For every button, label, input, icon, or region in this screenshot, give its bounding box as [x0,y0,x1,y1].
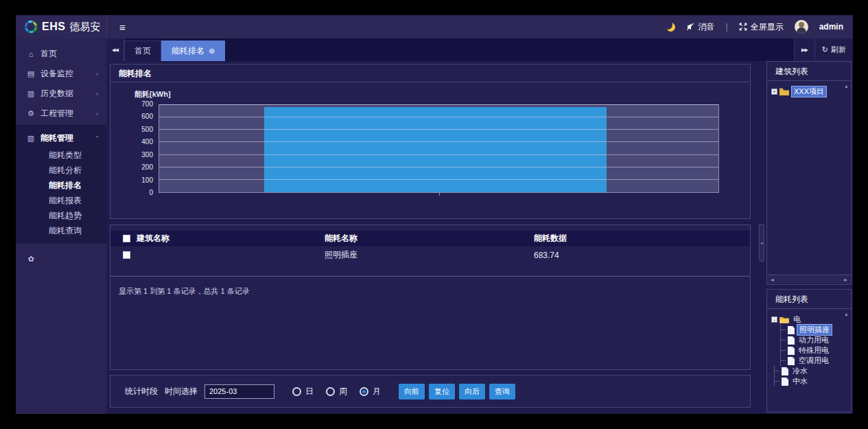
y-axis-label: 能耗[kWh] [134,89,171,100]
header-divider: | [726,22,728,32]
sidebar-item-energy-trend[interactable]: 能耗趋势 [16,208,106,223]
select-all-checkbox[interactable] [123,235,130,242]
fullscreen-button[interactable]: 全屏显示 [739,21,784,33]
refresh-button[interactable]: ↻ 刷新 [814,38,853,61]
tab-close-icon[interactable]: ⊗ [209,47,215,56]
scroll-left-icon[interactable]: ◄ [770,277,775,282]
scroll-up-icon[interactable]: ▲ [844,312,849,316]
column-header-energy-value: 能耗数据 [534,233,750,244]
tab-home[interactable]: 首页 [124,40,161,61]
row-checkbox[interactable] [123,251,130,259]
tree-node-reclaimed-water[interactable]: 中水 [775,376,849,386]
tree-node-label[interactable]: XXX项目 [791,86,827,97]
column-header-energy-name: 能耗名称 [325,233,534,244]
radio-month[interactable]: 月 [360,386,381,397]
tree-node-project[interactable]: + XXX项目 [771,86,849,97]
y-tick-label: 600 [110,113,153,120]
chart-panel: 能耗排名 能耗[kWh] 0100200300400500600700 [110,64,751,219]
monitor-icon: ▤ [25,69,36,78]
panel-splitter: ◂ [757,61,766,414]
app-window: EHS 德易安 ≡ 消音 | [16,15,853,414]
theme-moon-icon[interactable] [666,23,675,32]
energy-list-panel: 能耗列表 ▲ - 电 [766,289,852,413]
reset-button[interactable]: 复位 [429,384,455,399]
radio-label: 月 [373,386,381,397]
brand-logo: EHS 德易安 [16,15,106,38]
expand-toggle-icon[interactable]: + [771,89,777,95]
gears-icon: ⚙ [25,109,36,118]
sidebar-item-energy-ranking[interactable]: 能耗排名 [16,178,106,193]
table-row[interactable]: 照明插座 683.74 [110,246,750,264]
chevron-left-icon: ‹ [96,111,98,117]
top-header: EHS 德易安 ≡ 消音 | [16,15,853,38]
mute-button[interactable]: 消音 [686,21,715,33]
tree-node-special-electricity[interactable]: 特殊用电 [781,345,849,356]
gridline [159,141,718,142]
building-tree-hscrollbar[interactable]: ◄ ► [768,275,850,283]
tree-node-electricity[interactable]: - 电 [771,314,849,325]
collapse-right-panel-handle[interactable]: ◂ [759,224,764,262]
time-select-label: 时间选择 [165,386,198,397]
radio-day[interactable]: 日 [292,386,314,397]
y-tick-label: 100 [110,176,153,184]
sidebar-item-history-data[interactable]: ▥ 历史数据 ‹ [16,84,106,104]
sidebar-item-energy-type[interactable]: 能耗类型 [16,148,106,163]
refresh-icon: ↻ [822,45,828,54]
tabs-scroll-right-button[interactable]: ▶▶ [794,38,814,61]
tree-node-label[interactable]: 电 [791,314,803,325]
brand-name-en: EHS [42,21,65,33]
tabbar-spacer [225,38,794,61]
table-record-summary: 显示第 1 到第 1 条记录，总共 1 条记录 [110,277,750,297]
sidebar-item-device-monitor[interactable]: ▤ 设备监控 ‹ [16,64,106,84]
tree-node-label[interactable]: 照明插座 [797,324,832,336]
tree-node-label[interactable]: 动力用电 [797,335,831,345]
double-right-icon: ▶▶ [801,47,808,53]
backward-button[interactable]: 向后 [459,384,485,399]
sidebar-toggle-icon[interactable]: ≡ [117,21,128,33]
sidebar-item-energy-report[interactable]: 能耗报表 [16,193,106,208]
tree-node-lighting-socket[interactable]: 照明插座 [781,325,849,335]
folder-icon [779,88,789,95]
tabs-scroll-left-button[interactable]: ◀◀ [106,38,124,61]
file-icon [782,367,788,375]
radio-label: 周 [339,386,347,397]
sidebar-item-project-mgmt[interactable]: ⚙ 工程管理 ‹ [16,104,106,124]
fullscreen-label: 全屏显示 [751,21,784,33]
tree-node-cold-water[interactable]: 冷水 [775,366,849,376]
tree-node-label[interactable]: 空调用电 [797,356,831,366]
radio-week[interactable]: 周 [326,386,347,397]
tree-node-label[interactable]: 中水 [790,376,810,386]
mute-label: 消音 [699,21,715,33]
sidebar-item-energy-query[interactable]: 能耗查询 [16,223,106,238]
sidebar-item-system-mgmt[interactable]: ✿ [16,249,106,269]
query-button[interactable]: 查询 [489,384,515,399]
file-icon [788,347,795,355]
scroll-right-icon[interactable]: ► [843,277,848,282]
y-tick-label: 500 [110,126,153,133]
user-avatar[interactable] [795,20,808,34]
sidebar-item-home[interactable]: ⌂ 首页 [16,44,106,64]
tab-energy-ranking[interactable]: 能耗排名 ⊗ [161,40,225,61]
table-panel: 建筑名称 能耗名称 能耗数据 照明插座 683.74 [110,224,751,370]
tab-label: 能耗排名 [172,45,204,57]
sidebar-item-energy-mgmt[interactable]: ▥ 能耗管理 ˇ [16,129,106,148]
sidebar-item-energy-analysis[interactable]: 能耗分析 [16,163,106,178]
root-siblings: 冷水 中水 [774,366,849,386]
time-input[interactable] [204,384,274,399]
scroll-up-icon[interactable]: ▲ [844,84,849,89]
energy-ranking-chart: 能耗[kWh] 0100200300400500600700 [110,82,750,218]
gridline [159,129,718,130]
sidebar-item-label: 工程管理 [40,108,73,119]
tree-node-power-electricity[interactable]: 动力用电 [781,335,849,345]
file-icon [788,336,795,345]
cell-energy-value: 683.74 [534,251,750,260]
chevron-down-icon: ˇ [96,135,98,142]
file-icon [788,357,795,365]
tree-node-label[interactable]: 冷水 [790,366,810,376]
tree-node-label[interactable]: 特殊用电 [797,345,831,356]
radio-circle-icon [326,387,335,396]
gridline [159,104,718,105]
forward-button[interactable]: 向前 [399,384,425,399]
tree-node-ac-electricity[interactable]: 空调用电 [781,356,849,366]
collapse-toggle-icon[interactable]: - [771,316,777,323]
